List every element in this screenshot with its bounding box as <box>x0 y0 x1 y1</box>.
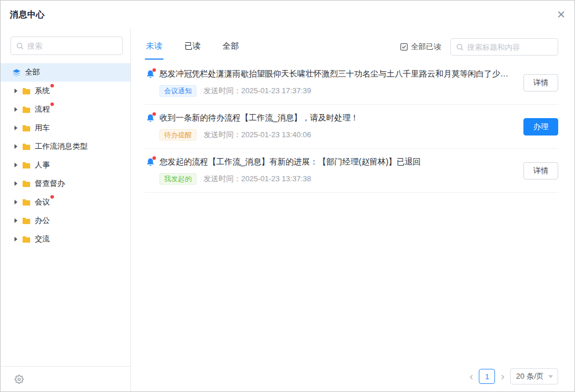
unread-dot <box>152 112 156 116</box>
category-tree: 全部 系统 流程 <box>1 61 130 366</box>
tabs: 未读 已读 全部 <box>145 34 240 60</box>
caret-right-icon[interactable] <box>14 181 17 186</box>
unread-dot <box>50 84 54 87</box>
bell-icon <box>146 113 155 125</box>
tree-item-label: 人事 <box>35 160 50 169</box>
caret-right-icon[interactable] <box>14 237 17 241</box>
page-size-select[interactable]: 20 条/页 <box>510 368 558 384</box>
chevron-down-icon <box>548 375 553 378</box>
tree-item-vehicle[interactable]: 用车 <box>1 119 130 137</box>
folder-icon <box>22 236 31 243</box>
message-list: 怒发冲冠凭栏处潇潇雨歇抬望眼仰天长啸壮怀激烈三十功名尘与土八千里路云和月莫等闲白… <box>145 61 558 365</box>
bell-icon <box>146 157 155 169</box>
unread-dot <box>152 68 156 72</box>
message-body: 怒发冲冠凭栏处潇潇雨歇抬望眼仰天长啸壮怀激烈三十功名尘与土八千里路云和月莫等闲白… <box>159 69 523 97</box>
unread-dot <box>50 102 54 106</box>
message-meta: 我发起的 发送时间：2025-01-23 13:37:38 <box>159 173 523 185</box>
folder-icon <box>22 217 31 225</box>
message-title: 收到一条新的待办流程【工作流_消息】，请及时处理！ <box>159 113 523 123</box>
caret-right-icon[interactable] <box>14 144 17 149</box>
tree-item-label: 工作流消息类型 <box>35 142 88 151</box>
pagination: ‹ 1 › 20 条/页 <box>145 365 558 388</box>
unread-dot <box>50 195 54 199</box>
caret-right-icon[interactable] <box>14 126 17 130</box>
message-content: 您发起的流程【工作流_消息】有新的进展：【部门经理(赵留林)】已退回 我发起的 … <box>145 157 523 185</box>
message-title: 怒发冲冠凭栏处潇潇雨歇抬望眼仰天长啸壮怀激烈三十功名尘与土八千里路云和月莫等闲白… <box>159 69 523 79</box>
message-title: 您发起的流程【工作流_消息】有新的进展：【部门经理(赵留林)】已退回 <box>159 157 523 167</box>
tree-item-label: 督查督办 <box>35 179 65 188</box>
caret-right-icon[interactable] <box>14 163 17 167</box>
bell-icon <box>146 69 155 81</box>
message-tag: 待办提醒 <box>159 129 196 141</box>
folder-icon <box>22 180 31 188</box>
tree-item-label: 办公 <box>35 216 50 225</box>
message-center-window: 消息中心 × <box>0 0 575 392</box>
tree-item-label: 交流 <box>35 235 50 243</box>
folder-icon <box>22 87 31 95</box>
folder-icon <box>22 143 31 151</box>
message-time: 发送时间：2025-01-23 17:37:39 <box>203 86 311 96</box>
message-body: 您发起的流程【工作流_消息】有新的进展：【部门经理(赵留林)】已退回 我发起的 … <box>159 157 523 185</box>
page-number[interactable]: 1 <box>479 369 495 384</box>
message-tag: 我发起的 <box>159 173 196 185</box>
message-row[interactable]: 您发起的流程【工作流_消息】有新的进展：【部门经理(赵留林)】已退回 我发起的 … <box>145 149 558 193</box>
message-content: 收到一条新的待办流程【工作流_消息】，请及时处理！ 待办提醒 发送时间：2025… <box>145 113 523 141</box>
sidebar-search[interactable] <box>10 36 123 55</box>
detail-button[interactable]: 详情 <box>523 74 558 91</box>
caret-right-icon[interactable] <box>14 218 17 223</box>
mark-all-read-button[interactable]: 全部已读 <box>400 42 441 52</box>
tree-item-system[interactable]: 系统 <box>1 82 130 100</box>
tree-item-process[interactable]: 流程 <box>1 100 130 119</box>
page-size-label: 20 条/页 <box>516 371 544 382</box>
tree-item-office[interactable]: 办公 <box>1 211 130 230</box>
message-meta: 待办提醒 发送时间：2025-01-23 13:40:06 <box>159 129 523 141</box>
tree-item-label: 会议 <box>35 197 50 206</box>
folder-icon <box>22 106 31 113</box>
search-icon <box>16 42 24 50</box>
message-search[interactable] <box>450 38 558 56</box>
tab-unread[interactable]: 未读 <box>145 34 163 60</box>
tree-item-label: 流程 <box>35 105 50 113</box>
message-row[interactable]: 收到一条新的待办流程【工作流_消息】，请及时处理！ 待办提醒 发送时间：2025… <box>145 105 558 149</box>
toolbar-tools: 全部已读 <box>400 38 558 56</box>
sidebar-footer <box>1 366 130 391</box>
handle-button[interactable]: 办理 <box>523 118 558 135</box>
message-time: 发送时间：2025-01-23 13:37:38 <box>203 174 311 184</box>
window-body: 全部 系统 流程 <box>1 28 574 391</box>
search-icon <box>456 43 464 51</box>
sidebar: 全部 系统 流程 <box>1 28 131 391</box>
tree-item-workflow-type[interactable]: 工作流消息类型 <box>1 137 130 156</box>
window-header: 消息中心 × <box>1 1 574 28</box>
tree-item-communication[interactable]: 交流 <box>1 230 130 248</box>
next-page-icon[interactable]: › <box>501 371 504 382</box>
caret-right-icon[interactable] <box>14 200 17 204</box>
tree-item-all[interactable]: 全部 <box>1 63 130 82</box>
message-meta: 会议通知 发送时间：2025-01-23 17:37:39 <box>159 85 523 97</box>
folder-icon <box>22 124 31 132</box>
folder-icon <box>22 199 31 206</box>
toolbar: 未读 已读 全部 全部已读 <box>145 34 558 60</box>
tab-read[interactable]: 已读 <box>183 34 202 60</box>
mark-all-read-icon <box>400 43 408 51</box>
prev-page-icon[interactable]: ‹ <box>470 371 473 382</box>
unread-dot <box>152 156 156 160</box>
tree-item-hr[interactable]: 人事 <box>1 156 130 174</box>
window-title: 消息中心 <box>10 9 45 20</box>
caret-right-icon[interactable] <box>14 107 17 112</box>
gear-icon[interactable] <box>14 375 24 384</box>
message-row[interactable]: 怒发冲冠凭栏处潇潇雨歇抬望眼仰天长啸壮怀激烈三十功名尘与土八千里路云和月莫等闲白… <box>145 61 558 105</box>
sidebar-search-input[interactable] <box>27 42 117 50</box>
message-time: 发送时间：2025-01-23 13:40:06 <box>203 130 311 140</box>
tree-item-supervision[interactable]: 督查督办 <box>1 174 130 193</box>
folder-icon <box>22 162 31 169</box>
tree-item-label: 全部 <box>25 68 40 76</box>
tree-item-meeting[interactable]: 会议 <box>1 193 130 211</box>
tab-all[interactable]: 全部 <box>221 34 240 60</box>
caret-right-icon[interactable] <box>14 89 17 93</box>
message-search-input[interactable] <box>467 43 552 52</box>
message-tag: 会议通知 <box>159 85 196 97</box>
close-icon[interactable]: × <box>557 8 565 21</box>
detail-button[interactable]: 详情 <box>523 162 558 179</box>
mark-all-read-label: 全部已读 <box>411 42 441 52</box>
tree-item-label: 系统 <box>35 86 50 95</box>
